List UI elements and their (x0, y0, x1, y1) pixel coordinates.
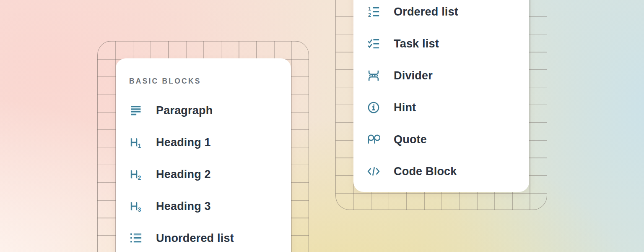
menu-item-code-block[interactable]: Code Block (367, 165, 457, 178)
divider-icon (367, 69, 380, 82)
menu-item-label: Paragraph (156, 104, 213, 117)
menu-item-label: Quote (394, 133, 427, 146)
svg-text:1: 1 (138, 143, 141, 149)
menu-item-label: Heading 2 (156, 168, 211, 181)
ordered-list-icon: 1 2 (367, 5, 380, 18)
menu-item-quote[interactable]: Quote (367, 133, 427, 146)
menu-item-label: Hint (394, 101, 416, 114)
heading-2-icon: 2 (129, 168, 143, 181)
heading-3-icon: 3 (129, 200, 143, 213)
task-list-icon (367, 37, 380, 50)
svg-text:1: 1 (368, 6, 371, 12)
menu-item-label: Task list (394, 37, 439, 50)
heading-1-icon: 1 (129, 136, 143, 149)
svg-text:2: 2 (138, 175, 141, 181)
menu-item-label: Heading 3 (156, 200, 211, 213)
menu-item-heading-1[interactable]: 1 Heading 1 (129, 136, 211, 149)
code-block-icon (367, 165, 380, 178)
unordered-list-icon (129, 231, 143, 245)
menu-item-paragraph[interactable]: Paragraph (129, 104, 213, 117)
menu-item-label: Divider (394, 69, 433, 82)
menu-item-ordered-list[interactable]: 1 2 Ordered list (367, 5, 458, 18)
menu-item-label: Ordered list (394, 5, 458, 18)
advanced-blocks-menu-panel: 1 2 Ordered list Task list Divider (353, 0, 529, 192)
menu-item-label: Unordered list (156, 232, 234, 245)
basic-blocks-menu-panel: BASIC BLOCKS Paragraph 1 Heading 1 2 Hea… (116, 58, 291, 252)
quote-icon (367, 133, 380, 146)
hint-icon (367, 101, 380, 114)
menu-item-label: Heading 1 (156, 136, 211, 149)
menu-item-unordered-list[interactable]: Unordered list (129, 231, 234, 245)
svg-text:2: 2 (368, 12, 371, 18)
menu-item-hint[interactable]: Hint (367, 101, 416, 114)
svg-text:3: 3 (138, 207, 141, 213)
menu-item-label: Code Block (394, 165, 457, 178)
menu-item-heading-3[interactable]: 3 Heading 3 (129, 200, 211, 213)
paragraph-icon (129, 104, 143, 117)
menu-item-task-list[interactable]: Task list (367, 37, 439, 50)
section-title: BASIC BLOCKS (129, 77, 201, 86)
menu-item-heading-2[interactable]: 2 Heading 2 (129, 168, 211, 181)
menu-item-divider[interactable]: Divider (367, 69, 433, 82)
